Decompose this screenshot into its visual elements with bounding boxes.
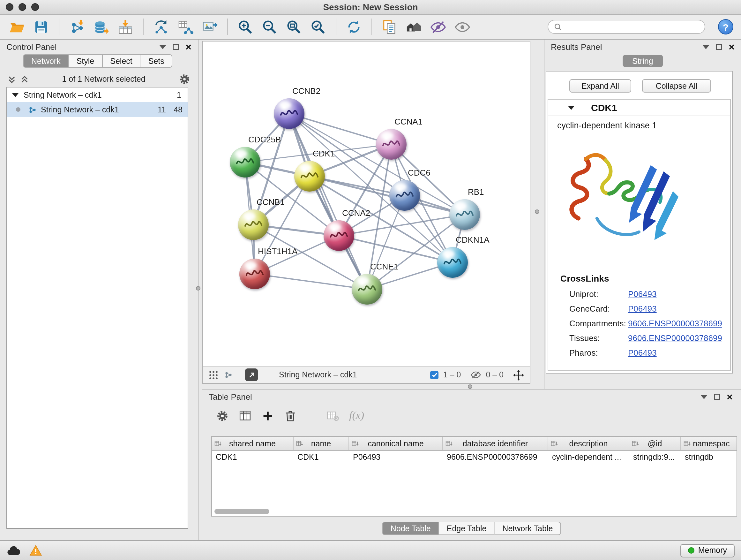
- network-edge[interactable]: [310, 176, 465, 214]
- network-edge[interactable]: [289, 114, 367, 289]
- network-edge[interactable]: [255, 274, 367, 289]
- tab-network[interactable]: Network: [23, 54, 69, 68]
- node-CDC25B[interactable]: [230, 147, 260, 178]
- network-canvas[interactable]: CCNB2CCNA1CDC25BCDK1CDC6RB1CCNB1CCNA2CDK…: [203, 42, 530, 366]
- zoom-out-button[interactable]: [259, 17, 280, 37]
- birdseye-grid-button[interactable]: [209, 370, 218, 380]
- minimize-window-button[interactable]: [18, 3, 26, 11]
- import-table-from-file-button[interactable]: [115, 17, 136, 37]
- node-HIST1H1A[interactable]: [239, 259, 270, 289]
- zoom-selected-region-button[interactable]: [308, 17, 329, 37]
- search-input[interactable]: [566, 22, 699, 31]
- column-header--id[interactable]: @id: [629, 437, 681, 450]
- node-CCNB1[interactable]: [238, 209, 269, 240]
- hide-selected-button[interactable]: [428, 17, 449, 37]
- apply-preferred-layout-button[interactable]: [343, 17, 364, 37]
- column-header-description[interactable]: description: [548, 437, 629, 450]
- selected-elements-checkbox[interactable]: [430, 371, 439, 379]
- zoom-window-button[interactable]: [31, 3, 39, 11]
- node-CDKN1A[interactable]: [437, 247, 468, 278]
- close-window-button[interactable]: [6, 3, 13, 11]
- add-column-button[interactable]: [262, 410, 274, 422]
- right-splitter-handle[interactable]: [535, 209, 539, 214]
- float-panel-icon[interactable]: [173, 44, 179, 50]
- panel-menu-icon[interactable]: [702, 45, 709, 49]
- tab-node-table[interactable]: Node Table: [382, 522, 439, 535]
- crosslink-link[interactable]: 9606.ENSP00000378699: [628, 319, 722, 328]
- pan-mode-button[interactable]: [513, 369, 524, 380]
- show-overview-windows-button[interactable]: [403, 17, 424, 37]
- expand-all-networks-button[interactable]: [8, 75, 16, 83]
- panel-menu-icon[interactable]: [159, 45, 165, 49]
- column-header-namespac[interactable]: namespac: [681, 437, 737, 450]
- open-file-button[interactable]: [6, 17, 27, 37]
- protein-section-header[interactable]: CDK1: [548, 100, 730, 116]
- column-header-shared-name[interactable]: shared name: [212, 437, 293, 450]
- network-collection-row[interactable]: String Network – cdk1 1: [7, 87, 188, 102]
- node-CDK1[interactable]: [294, 161, 325, 192]
- tab-select[interactable]: Select: [103, 54, 141, 68]
- panel-menu-icon[interactable]: [700, 395, 707, 399]
- float-panel-icon[interactable]: [716, 44, 722, 50]
- close-panel-icon[interactable]: ×: [185, 42, 192, 52]
- show-columns-button[interactable]: [239, 409, 252, 422]
- horizontal-splitter-handle[interactable]: [468, 384, 472, 389]
- help-button[interactable]: ?: [718, 19, 733, 35]
- node-CCNA2[interactable]: [324, 220, 354, 251]
- memory-button[interactable]: Memory: [680, 544, 735, 557]
- copy-style-button[interactable]: [379, 17, 400, 37]
- table-cell[interactable]: stringdb: [681, 451, 737, 464]
- save-session-button[interactable]: [30, 17, 52, 37]
- node-CDC6[interactable]: [389, 180, 420, 211]
- table-cell[interactable]: cyclin-dependent ...: [548, 451, 629, 464]
- zoom-fit-content-button[interactable]: [283, 17, 305, 37]
- crosslink-link[interactable]: 9606.ENSP00000378699: [628, 333, 722, 343]
- column-header-database-identifier[interactable]: database identifier: [443, 437, 548, 450]
- table-cell[interactable]: 9606.ENSP00000378699: [443, 451, 548, 464]
- tab-string[interactable]: String: [623, 55, 663, 67]
- column-header-canonical-name[interactable]: canonical name: [349, 437, 443, 450]
- disclosure-triangle-icon[interactable]: [12, 93, 18, 97]
- collapse-all-networks-button[interactable]: [20, 75, 29, 83]
- export-image-button[interactable]: [199, 17, 220, 37]
- node-CCNE1[interactable]: [352, 274, 382, 305]
- node-RB1[interactable]: [449, 199, 480, 230]
- annotation-mode-button[interactable]: [245, 368, 258, 381]
- node-CCNA1[interactable]: [376, 129, 407, 160]
- close-panel-icon[interactable]: ×: [727, 392, 733, 402]
- network-overview-button[interactable]: [224, 370, 233, 379]
- tab-edge-table[interactable]: Edge Table: [439, 522, 495, 535]
- collapse-all-button[interactable]: Collapse All: [642, 79, 711, 92]
- node-CCNB2[interactable]: [274, 98, 305, 129]
- import-network-from-file-button[interactable]: [66, 17, 87, 37]
- close-panel-icon[interactable]: ×: [729, 42, 735, 52]
- network-edge[interactable]: [289, 114, 391, 144]
- crosslink-link[interactable]: P06493: [628, 304, 657, 314]
- float-panel-icon[interactable]: [714, 394, 720, 400]
- show-all-button[interactable]: [452, 17, 473, 37]
- disclosure-triangle-icon[interactable]: [568, 106, 575, 110]
- table-cell[interactable]: CDK1: [293, 451, 349, 464]
- zoom-in-button[interactable]: [235, 17, 256, 37]
- import-network-from-database-button[interactable]: [91, 17, 112, 37]
- new-network-from-selection-button[interactable]: [175, 17, 196, 37]
- left-splitter-handle[interactable]: [196, 286, 200, 291]
- column-header-name[interactable]: name: [293, 437, 349, 450]
- tab-style[interactable]: Style: [69, 54, 103, 68]
- table-cell[interactable]: P06493: [349, 451, 443, 464]
- network-row-selected[interactable]: String Network – cdk1 11 48: [7, 102, 188, 117]
- tab-sets[interactable]: Sets: [141, 54, 173, 68]
- crosslink-link[interactable]: P06493: [628, 348, 657, 358]
- warnings-button[interactable]: [29, 545, 42, 556]
- table-cell[interactable]: stringdb:9...: [629, 451, 681, 464]
- crosslink-link[interactable]: P06493: [628, 289, 657, 299]
- delete-column-button[interactable]: [284, 409, 297, 422]
- clone-network-button[interactable]: [151, 17, 172, 37]
- cloud-status-button[interactable]: [6, 545, 20, 556]
- table-cell[interactable]: CDK1: [212, 451, 293, 464]
- horizontal-scrollbar[interactable]: [214, 509, 269, 514]
- table-options-button[interactable]: [216, 410, 228, 422]
- network-options-button[interactable]: [179, 73, 190, 85]
- tab-network-table[interactable]: Network Table: [495, 522, 561, 535]
- expand-all-button[interactable]: Expand All: [569, 79, 631, 92]
